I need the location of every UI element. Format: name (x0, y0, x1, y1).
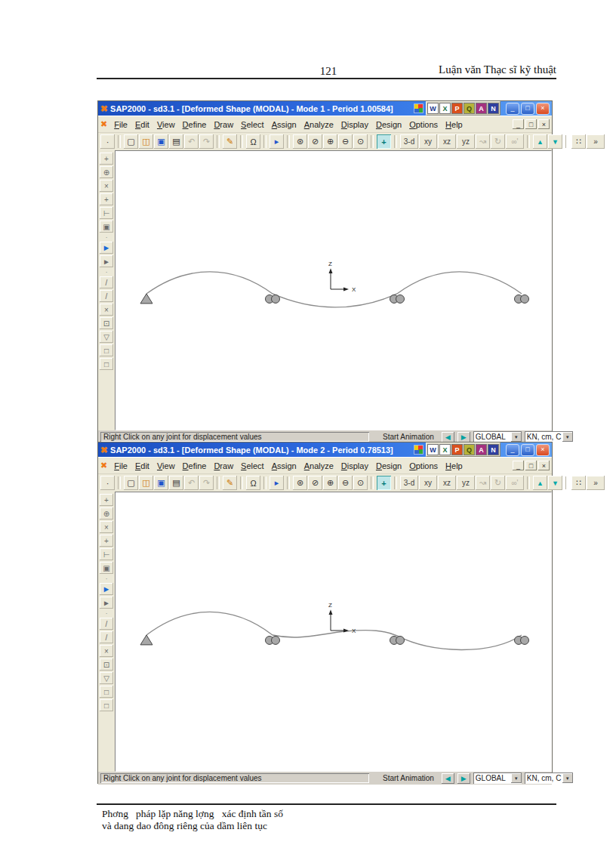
menu-assign[interactable]: Assign (268, 119, 300, 131)
quicktime-icon[interactable]: Q (464, 444, 475, 455)
draw-solid-icon[interactable]: □ (100, 699, 113, 711)
title-bar[interactable]: ✖ SAP2000 - sd3.1 - [Deformed Shape (MOD… (98, 101, 552, 116)
access-icon[interactable]: A (476, 103, 487, 114)
refresh-window-icon[interactable]: ✎ (223, 476, 237, 490)
undo-icon[interactable]: ↶ (184, 476, 199, 490)
pan-icon[interactable]: + (377, 476, 391, 490)
mesh-area-icon[interactable]: ▣ (100, 562, 113, 574)
restore-button[interactable]: □ (521, 103, 534, 115)
open-file-icon[interactable]: ◫ (139, 134, 153, 149)
move-down-list-icon[interactable]: ▼ (548, 476, 562, 490)
menu-options[interactable]: Options (405, 460, 442, 472)
draw-line-icon[interactable]: / (100, 631, 113, 643)
view-yz-button[interactable]: yz (457, 476, 475, 490)
coord-system-dropdown[interactable]: GLOBAL ▼ (473, 431, 522, 443)
draw-triangle-icon[interactable]: ▽ (100, 672, 113, 684)
pan-icon[interactable]: + (377, 134, 391, 149)
minimize-button[interactable]: _ (506, 444, 519, 456)
title-bar[interactable]: ✖ SAP2000 - sd3.1 - [Deformed Shape (MOD… (98, 443, 552, 457)
windows-logo-icon[interactable] (414, 445, 424, 455)
view-xy-button[interactable]: xy (419, 476, 437, 490)
menu-select[interactable]: Select (237, 119, 268, 131)
perspective-glasses-icon[interactable]: ∞' (506, 476, 524, 490)
zoom-in-icon[interactable]: ⊕ (323, 134, 337, 149)
menu-define[interactable]: Define (179, 119, 211, 131)
move-joint-icon[interactable]: + (100, 494, 113, 506)
restore-button[interactable]: □ (521, 444, 534, 456)
toolbar-options-icon[interactable]: · (100, 134, 115, 149)
move-joint-icon[interactable]: + (100, 153, 113, 165)
redo-icon[interactable]: ↷ (199, 476, 214, 490)
shrink-elements-icon[interactable]: ∷ (571, 476, 586, 490)
units-dropdown[interactable]: KN, cm, C ▼ (525, 431, 573, 443)
refresh-window-icon[interactable]: ✎ (223, 134, 237, 149)
menu-edit[interactable]: Edit (131, 119, 153, 131)
menu-analyze[interactable]: Analyze (300, 119, 337, 131)
rotate-view-icon[interactable]: ↻ (491, 476, 505, 490)
menu-file[interactable]: File (110, 119, 131, 131)
menu-define[interactable]: Define (179, 460, 211, 472)
outlook-icon[interactable]: N (488, 103, 499, 114)
model-canvas[interactable]: Z X (115, 492, 552, 772)
outlook-icon[interactable]: N (488, 444, 499, 455)
zoom-in-icon[interactable]: ⊕ (323, 476, 337, 490)
poly-select-icon[interactable]: ► (100, 255, 113, 267)
lock-model-icon[interactable]: Ω (246, 134, 260, 149)
save-icon[interactable]: ▣ (154, 134, 168, 149)
menu-help[interactable]: Help (442, 460, 467, 472)
next-mode-icon[interactable]: ▶ (457, 773, 470, 784)
minimize-button[interactable]: _ (506, 103, 519, 115)
move-up-list-icon[interactable]: ▲ (533, 476, 547, 490)
previous-zoom-icon[interactable]: ⊘ (308, 476, 322, 490)
units-dropdown[interactable]: KN, cm, C ▼ (525, 772, 573, 784)
chevron-down-icon[interactable]: ▼ (511, 432, 522, 442)
zoom-out-icon[interactable]: ⊖ (338, 476, 353, 490)
start-animation-button[interactable]: Start Animation (383, 774, 434, 782)
add-joint-icon[interactable]: + (100, 193, 113, 205)
toolbar-options-icon[interactable]: · (100, 476, 115, 490)
previous-zoom-icon[interactable]: ⊘ (308, 134, 322, 149)
menu-view[interactable]: View (153, 119, 179, 131)
lock-model-icon[interactable]: Ω (246, 476, 260, 490)
menu-help[interactable]: Help (442, 119, 467, 131)
view-yz-button[interactable]: yz (457, 134, 475, 149)
menu-analyze[interactable]: Analyze (300, 460, 337, 472)
draw-solid-icon[interactable]: □ (100, 358, 113, 370)
draw-frame-icon[interactable]: / (100, 618, 113, 630)
delete-element-icon[interactable]: × (100, 645, 113, 657)
rotate-view-icon[interactable]: ↻ (491, 134, 505, 149)
restore-full-view-icon[interactable]: ⊛ (293, 134, 307, 149)
mdi-close-button[interactable]: × (538, 461, 550, 470)
mdi-restore-button[interactable]: □ (525, 119, 537, 129)
reshape-element-icon[interactable]: ⊕ (100, 166, 113, 178)
view-xz-button[interactable]: xz (438, 476, 456, 490)
view-3d-button[interactable]: 3-d (400, 476, 418, 490)
excel-icon[interactable]: X (439, 103, 451, 114)
rubber-band-zoom-icon[interactable]: ⊙ (353, 134, 368, 149)
intersect-icon[interactable]: × (100, 180, 113, 192)
draw-quad-icon[interactable]: ⊡ (100, 317, 113, 329)
model-canvas[interactable]: Z X (115, 150, 552, 430)
delete-element-icon[interactable]: × (100, 304, 113, 316)
menu-view[interactable]: View (153, 460, 179, 472)
mdi-close-button[interactable]: × (538, 119, 550, 129)
move-down-list-icon[interactable]: ▼ (548, 134, 562, 149)
pointer-select-icon[interactable]: ► (100, 242, 113, 254)
new-model-icon[interactable]: ▢ (124, 134, 138, 149)
chevron-down-icon[interactable]: ▼ (511, 773, 522, 783)
draw-line-icon[interactable]: / (100, 290, 113, 302)
undo-icon[interactable]: ↶ (184, 134, 199, 149)
mdi-child-icon[interactable]: ✖ (100, 461, 107, 470)
chevron-down-icon[interactable]: ▼ (562, 432, 573, 442)
mdi-child-icon[interactable]: ✖ (100, 119, 107, 129)
move-up-list-icon[interactable]: ▲ (533, 134, 547, 149)
draw-area-icon[interactable]: □ (100, 344, 113, 356)
menu-file[interactable]: File (110, 460, 131, 472)
windows-logo-icon[interactable] (414, 103, 424, 113)
coord-system-dropdown[interactable]: GLOBAL ▼ (473, 772, 522, 784)
access-icon[interactable]: A (476, 444, 487, 455)
save-icon[interactable]: ▣ (154, 476, 168, 490)
word-icon[interactable]: W (427, 444, 439, 455)
draw-frame-icon[interactable]: / (100, 276, 113, 288)
more-buttons-chevron-1[interactable]: » (587, 134, 605, 149)
